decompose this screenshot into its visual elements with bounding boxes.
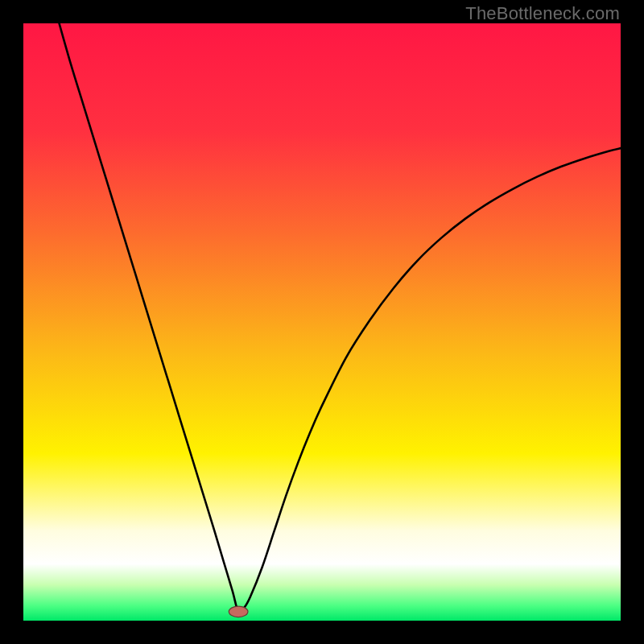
chart-frame: TheBottleneck.com [0, 0, 644, 644]
plot-area [23, 23, 621, 621]
chart-svg [23, 23, 621, 621]
gradient-background [23, 23, 621, 621]
minimum-marker [229, 606, 248, 617]
watermark-text: TheBottleneck.com [465, 3, 620, 24]
